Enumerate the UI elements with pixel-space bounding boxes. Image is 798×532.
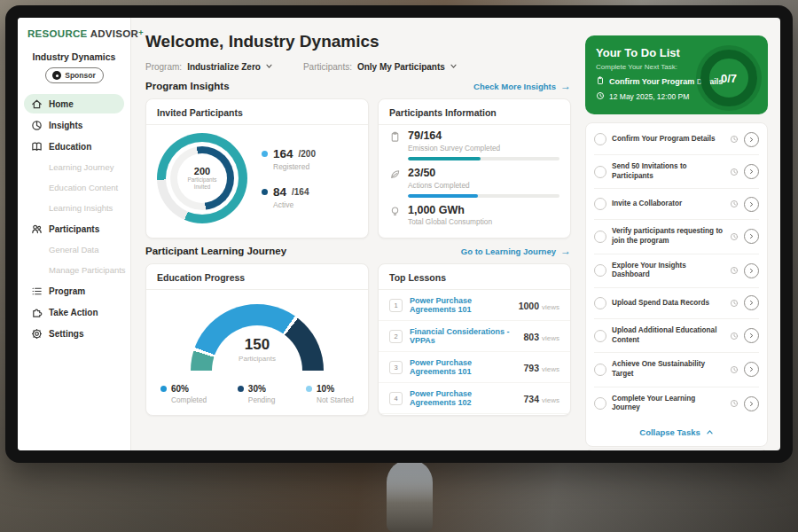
logo-resource: RESOURCE — [27, 28, 88, 39]
todo-progress-value: 0/7 — [721, 72, 737, 85]
insights-icon — [31, 120, 43, 131]
todo-task-achieve-one-sustainability-target[interactable]: Achieve One Sustainability Target — [594, 352, 759, 386]
lesson-row[interactable]: 5 Power Purchase Agreements 103 600views — [379, 413, 570, 416]
lesson-rank: 3 — [389, 361, 403, 374]
monitor-bezel: RESOURCE ADVISOR+ Industry Dynamics Spon… — [5, 5, 793, 463]
todo-task-explore-your-insights-dashboard[interactable]: Explore Your Insights Dashboard — [594, 254, 759, 287]
sidebar-item-insights[interactable]: Insights — [24, 115, 124, 135]
sidebar-item-take-action[interactable]: Take Action — [24, 302, 124, 322]
sidebar-item-label: Insights — [49, 121, 82, 130]
sidebar-item-education-content[interactable]: Education Content — [24, 178, 124, 197]
sidebar-item-label: Learning Insights — [49, 203, 113, 213]
progress-bar — [408, 194, 559, 198]
go-to-learning-journey-link[interactable]: Go to Learning Journey → — [461, 246, 571, 256]
todo-task-send-50-invitations-to-participants[interactable]: Send 50 Invitations to Participants — [594, 154, 759, 188]
task-checkbox[interactable] — [594, 330, 606, 342]
sidebar-item-learning-insights[interactable]: Learning Insights — [24, 199, 124, 217]
sidebar-item-program[interactable]: Program — [24, 281, 124, 301]
task-checkbox[interactable] — [594, 133, 606, 145]
lesson-link[interactable]: Power Purchase Agreements 102 — [410, 389, 516, 407]
dashboard-screen: RESOURCE ADVISOR+ Industry Dynamics Spon… — [18, 18, 780, 450]
sidebar-item-learning-journey[interactable]: Learning Journey — [24, 158, 124, 176]
sidebar-item-settings[interactable]: Settings — [24, 324, 124, 343]
participants-information-stats: 79/164 Emission Survey Completed 23/50 A… — [379, 125, 570, 228]
task-open-button[interactable] — [744, 229, 759, 244]
task-checkbox[interactable] — [594, 166, 606, 178]
todo-task-upload-additional-educational-content[interactable]: Upload Additional Educational Content — [594, 318, 759, 352]
sidebar-item-participants[interactable]: Participants — [24, 219, 124, 239]
task-open-button[interactable] — [744, 197, 759, 212]
lesson-row[interactable]: 1 Power Purchase Agreements 101 1000view… — [379, 290, 570, 320]
sidebar-item-label: Education — [49, 142, 91, 152]
participants-filter-value: Only My Participants — [357, 62, 445, 72]
lesson-row[interactable]: 2 Financial Considerations - VPPAs 803vi… — [379, 320, 570, 351]
collapse-tasks-link[interactable]: Collapse Tasks — [594, 420, 759, 445]
participant-stat-actions-completed: 23/50 Actions Completed — [379, 162, 570, 200]
task-checkbox[interactable] — [594, 264, 606, 277]
legend-dot-icon — [262, 189, 268, 195]
task-checkbox[interactable] — [594, 397, 606, 410]
sidebar-item-education[interactable]: Education — [24, 137, 124, 156]
invited-legend: 164/200 Registered 84/164 Active — [262, 147, 316, 209]
arrow-right-icon: → — [560, 81, 571, 91]
donut-center-value: 200 — [194, 166, 210, 176]
survey-icon — [389, 130, 401, 160]
task-open-button[interactable] — [744, 396, 759, 411]
program-filter[interactable]: Program:Industrialize Zero — [145, 62, 273, 72]
gauge-legend-item: 60% Completed — [160, 384, 207, 404]
todo-task-upload-spend-data-records[interactable]: Upload Spend Data Records — [594, 287, 759, 318]
todo-task-verify-participants-requesting-to-join-the-program[interactable]: Verify participants requesting to join t… — [594, 219, 759, 253]
task-open-button[interactable] — [744, 328, 759, 343]
todo-task-invite-a-collaborator[interactable]: Invite a Collaborator — [594, 188, 759, 219]
sidebar-item-label: Education Content — [49, 183, 118, 192]
todo-task-confirm-your-program-details[interactable]: Confirm Your Program Details — [594, 124, 759, 154]
task-checkbox[interactable] — [594, 231, 606, 243]
sidebar-item-label: Participants — [49, 224, 99, 234]
participants-information-card: Participants Information 79/164 Emission… — [378, 98, 571, 239]
sidebar-item-manage-participants[interactable]: Manage Participants — [24, 261, 124, 279]
gauge-center-value: 150 — [191, 336, 324, 354]
check-more-insights-link[interactable]: Check More Insights → — [473, 81, 571, 91]
task-open-button[interactable] — [744, 362, 759, 377]
clock-icon — [730, 164, 739, 180]
photo-background: RESOURCE ADVISOR+ Industry Dynamics Spon… — [0, 0, 798, 532]
actions-icon — [389, 168, 401, 198]
task-checkbox[interactable] — [594, 198, 606, 210]
clock-icon — [730, 229, 739, 245]
education-progress-title: Education Progress — [146, 264, 368, 290]
donut-center-label: Participants Invited — [183, 176, 222, 191]
page-title: Welcome, Industry Dynamics — [145, 32, 571, 51]
program-filter-value: Industrialize Zero — [187, 62, 261, 72]
sidebar-item-label: Take Action — [49, 308, 98, 317]
todo-task-complete-your-learning-journey[interactable]: Complete Your Learning Journey — [594, 387, 759, 420]
task-open-button[interactable] — [744, 263, 759, 278]
education-gauge-chart: 150 Participants — [191, 304, 324, 373]
gauge-legend-item: 30% Pending — [238, 384, 275, 404]
app-logo: RESOURCE ADVISOR+ — [24, 28, 124, 39]
task-open-button[interactable] — [744, 132, 759, 147]
program-filter-label: Program: — [145, 62, 182, 72]
recent-news-title: Recent News — [586, 450, 767, 450]
top-lessons-title: Top Lessons — [379, 264, 570, 290]
education-progress-card: Education Progress 150 Participants 60% … — [145, 263, 369, 416]
sidebar-item-label: Settings — [49, 329, 83, 339]
lesson-link[interactable]: Power Purchase Agreements 101 — [410, 296, 512, 314]
sidebar-item-general-data[interactable]: General Data — [24, 240, 124, 259]
task-open-button[interactable] — [744, 164, 759, 179]
gauge-center-label: Participants — [191, 355, 324, 363]
lesson-row[interactable]: 3 Power Purchase Agreements 101 793views — [379, 351, 570, 382]
sidebar-item-home[interactable]: Home — [24, 94, 124, 113]
participants-filter[interactable]: Participants:Only My Participants — [303, 62, 458, 72]
lesson-link[interactable]: Financial Considerations - VPPAs — [410, 327, 516, 345]
lesson-row[interactable]: 4 Power Purchase Agreements 102 734views — [379, 382, 570, 413]
task-checkbox[interactable] — [594, 364, 606, 376]
legend-dot-icon — [238, 386, 244, 392]
lesson-link[interactable]: Power Purchase Agreements 101 — [410, 358, 516, 376]
task-open-button[interactable] — [744, 295, 759, 310]
task-checkbox[interactable] — [594, 297, 606, 309]
lesson-rank: 4 — [389, 392, 403, 405]
top-lessons-card: Top Lessons 1 Power Purchase Agreements … — [378, 263, 571, 416]
consumption-icon — [389, 205, 401, 227]
arrow-right-icon: → — [560, 246, 571, 256]
clock-icon — [730, 131, 739, 147]
